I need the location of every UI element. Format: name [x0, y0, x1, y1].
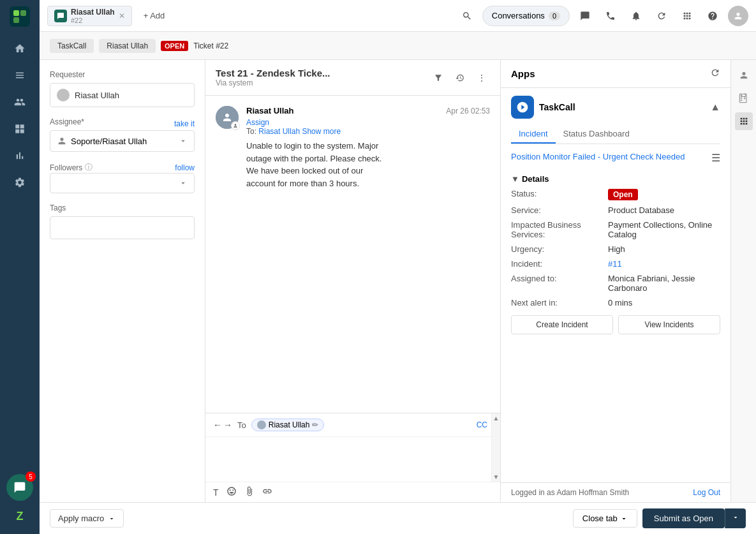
logout-link[interactable]: Log Out: [693, 488, 720, 497]
tickets-icon[interactable]: [8, 64, 31, 87]
taskcall-collapse-icon[interactable]: ▲: [710, 101, 720, 113]
svg-rect-2: [13, 17, 19, 23]
link-icon[interactable]: [262, 486, 272, 498]
left-panel: Requester Riasat Ullah Assignee* take it…: [40, 60, 205, 502]
tab-incident[interactable]: Incident: [511, 125, 556, 144]
help-icon[interactable]: [702, 6, 723, 26]
search-icon[interactable]: [457, 6, 477, 26]
message-body: Unable to login to the system. Major out…: [246, 140, 490, 189]
settings-icon[interactable]: [8, 171, 31, 194]
tab-status-dashboard[interactable]: Status Dashboard: [556, 125, 637, 144]
reply-scrollbar[interactable]: ▲ ▼: [491, 413, 500, 482]
status-label: Status:: [511, 189, 600, 200]
breadcrumb-ticket: Ticket #22: [193, 41, 228, 50]
middle-panel: Test 21 - Zendesk Ticke... Via system ⋮: [205, 60, 501, 502]
urgency-label: Urgency:: [511, 244, 600, 254]
add-tab-btn[interactable]: + Add: [137, 8, 172, 23]
breadcrumb-user[interactable]: Riasat Ullah: [99, 39, 156, 53]
cc-label[interactable]: CC: [477, 420, 487, 429]
phone-icon[interactable]: [600, 6, 621, 26]
attachment-icon[interactable]: [244, 486, 255, 498]
details-toggle[interactable]: ▼ Details: [511, 174, 720, 184]
apps-refresh-icon[interactable]: [710, 68, 720, 80]
home-icon[interactable]: [8, 37, 31, 60]
user-avatar[interactable]: [728, 6, 748, 26]
topbar-right: Conversations 0: [457, 6, 748, 26]
reply-back-arrow[interactable]: ←: [213, 420, 222, 430]
requester-label: Requester: [50, 70, 195, 79]
tab-close-btn[interactable]: ✕: [119, 11, 125, 20]
reply-header: ← → To Riasat Ullah ✏ CC: [205, 413, 500, 437]
take-it-link[interactable]: take it: [174, 119, 195, 128]
apply-macro-btn[interactable]: Apply macro: [50, 509, 124, 528]
analytics-icon[interactable]: [8, 144, 31, 167]
emoji-icon[interactable]: [226, 486, 237, 498]
assignee-row: Assignee* take it: [50, 117, 195, 130]
content-area: Requester Riasat Ullah Assignee* take it…: [40, 60, 756, 502]
incident-title[interactable]: Position Monitor Failed - Urgent Check N…: [511, 152, 706, 161]
apps-grid-icon[interactable]: [677, 6, 697, 26]
scroll-up-btn[interactable]: ▲: [492, 413, 501, 423]
next-alert-value: 0 mins: [608, 298, 720, 308]
urgency-value: High: [608, 244, 720, 254]
follow-link[interactable]: follow: [175, 163, 195, 172]
right-panel: Apps TaskCall ▲ Incident: [501, 60, 730, 502]
filter-icon[interactable]: [430, 70, 447, 86]
more-options-icon[interactable]: ⋮: [473, 70, 490, 86]
service-label: Service:: [511, 205, 600, 215]
next-alert-label: Next alert in:: [511, 298, 600, 308]
details-section: ▼ Details Status: Open Service: Product …: [511, 174, 720, 308]
taskcall-name: TaskCall: [539, 102, 575, 112]
edit-recipient-icon[interactable]: ✏: [312, 420, 318, 429]
assignee-field[interactable]: Soporte/Riasat Ullah: [50, 130, 195, 152]
app-logo: [10, 6, 30, 27]
right-strip-book-icon[interactable]: [735, 89, 753, 107]
chat-badge: 5: [26, 471, 36, 482]
assign-link[interactable]: Assign: [246, 118, 490, 127]
breadcrumb-taskcall[interactable]: TaskCall: [50, 39, 94, 53]
create-incident-btn[interactable]: Create Incident: [511, 315, 613, 334]
history-icon[interactable]: [452, 70, 468, 86]
compose-icon[interactable]: [575, 6, 595, 26]
view-incidents-btn[interactable]: View Incidents: [618, 315, 720, 334]
requester-field[interactable]: Riasat Ullah: [50, 83, 195, 107]
scroll-down-btn[interactable]: ▼: [492, 472, 501, 482]
users-icon[interactable]: [8, 91, 31, 114]
show-more-link[interactable]: Show more: [302, 127, 341, 136]
breadcrumb-bar: TaskCall Riasat Ullah OPEN Ticket #22: [40, 32, 756, 60]
followers-info-icon: ⓘ: [85, 162, 93, 173]
incident-number[interactable]: #11: [608, 259, 720, 269]
incident-panel: Position Monitor Failed - Urgent Check N…: [511, 152, 720, 334]
reply-forward-arrow[interactable]: →: [223, 420, 232, 430]
message-avatar: [216, 106, 239, 129]
submit-dropdown-btn[interactable]: [725, 508, 746, 528]
grid-icon[interactable]: [8, 117, 31, 140]
message-to-user[interactable]: Riasat Ullah: [258, 127, 300, 136]
reply-body[interactable]: [205, 437, 500, 482]
middle-header: Test 21 - Zendesk Ticke... Via system ⋮: [205, 60, 500, 96]
submit-group: Submit as Open: [642, 508, 746, 528]
message-content: Riasat Ullah Apr 26 02:53 Assign To: Ria…: [246, 106, 490, 189]
svg-rect-0: [13, 10, 19, 16]
apps-title: Apps: [511, 68, 535, 79]
active-tab[interactable]: Riasat Ullah #22 ✕: [47, 6, 132, 26]
sidebar-nav: 5 Z: [0, 0, 40, 534]
chat-widget[interactable]: 5: [6, 474, 33, 501]
tags-field[interactable]: [50, 216, 195, 239]
right-strip-grid-icon[interactable]: [735, 112, 753, 130]
conversations-btn[interactable]: Conversations 0: [482, 6, 570, 26]
refresh-icon[interactable]: [651, 6, 672, 26]
message-author: Riasat Ullah: [246, 106, 293, 115]
right-strip-user-icon[interactable]: [735, 66, 753, 84]
message-block: Riasat Ullah Apr 26 02:53 Assign To: Ria…: [216, 106, 490, 189]
incident-menu-icon[interactable]: ☰: [711, 152, 720, 164]
zendesk-icon[interactable]: Z: [8, 505, 31, 528]
tab-user: Riasat Ullah #22: [71, 8, 115, 24]
bell-icon[interactable]: [626, 6, 646, 26]
status-open-badge: OPEN: [161, 41, 188, 51]
apps-header: Apps: [501, 60, 730, 88]
submit-btn[interactable]: Submit as Open: [642, 508, 725, 528]
followers-field[interactable]: [50, 173, 195, 193]
close-tab-btn[interactable]: Close tab: [573, 509, 637, 528]
text-format-icon[interactable]: T: [213, 487, 219, 498]
